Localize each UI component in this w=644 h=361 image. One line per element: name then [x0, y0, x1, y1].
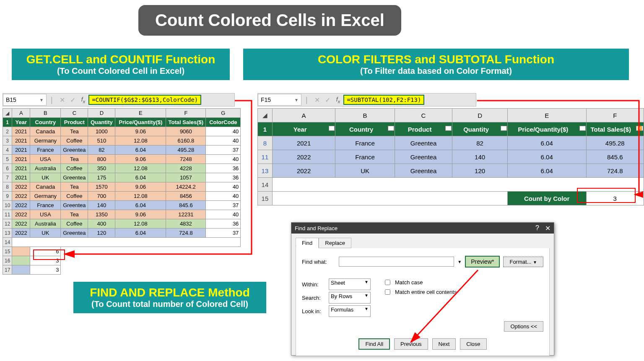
cell[interactable]: 6.04 [115, 201, 166, 210]
cell[interactable]: 2021 [12, 155, 30, 164]
cell[interactable]: 2021 [12, 145, 30, 155]
cell[interactable]: 12231 [166, 210, 206, 219]
cell[interactable]: 350 [88, 164, 115, 173]
cell[interactable]: 36 [206, 173, 241, 182]
fx-icon[interactable]: fx [78, 96, 89, 104]
format-button[interactable]: Format... ▼ [503, 257, 543, 267]
cancel-icon[interactable]: ✕ [312, 96, 322, 104]
filter-icon[interactable]: ▼ [579, 126, 586, 131]
tab-find[interactable]: Find [296, 238, 319, 248]
table-header[interactable]: Year▼ [272, 122, 335, 136]
cell[interactable]: 2021 [12, 173, 30, 182]
cell[interactable] [272, 192, 507, 205]
chevron-down-icon[interactable]: ▼ [39, 98, 44, 102]
table-header[interactable]: Quantity▼ [452, 122, 508, 136]
cell[interactable]: Tea [61, 210, 88, 219]
cell[interactable]: 7248 [166, 155, 206, 164]
cell[interactable]: 4228 [166, 164, 206, 173]
col-header[interactable]: F [166, 109, 206, 118]
cell[interactable]: Tea [61, 155, 88, 164]
cell[interactable] [61, 247, 241, 256]
cell[interactable]: 2021 [12, 164, 30, 173]
row-header[interactable]: 8 [3, 182, 12, 192]
row-header[interactable]: 11 [3, 210, 12, 219]
cell[interactable]: 6.04 [115, 229, 166, 238]
table-header[interactable]: Price/Quantity($)▼ [507, 122, 586, 136]
cell[interactable]: Coffee [61, 219, 88, 229]
cell[interactable]: 2022 [272, 164, 335, 178]
cell[interactable]: UK [335, 164, 395, 178]
cell[interactable]: Germany [30, 192, 61, 201]
cell[interactable] [12, 256, 30, 265]
row-header[interactable]: 15 [258, 192, 273, 205]
col-header[interactable]: E [115, 109, 166, 118]
row-header[interactable]: 7 [3, 173, 12, 182]
cell[interactable]: 1057 [166, 173, 206, 182]
chevron-down-icon[interactable]: ▼ [457, 260, 462, 264]
cell[interactable]: Coffee [61, 164, 88, 173]
cell[interactable] [12, 238, 241, 247]
col-header[interactable]: E [507, 109, 586, 122]
cell[interactable]: 36 [206, 219, 241, 229]
cell[interactable] [12, 247, 30, 256]
cell[interactable]: 37 [206, 145, 241, 155]
find-next-button[interactable]: Next [432, 338, 456, 350]
row-header[interactable]: 16 [3, 256, 12, 265]
table-header[interactable]: Product▼ [395, 122, 452, 136]
cell[interactable]: Coffee [61, 192, 88, 201]
match-case-checkbox[interactable] [385, 280, 390, 285]
cell[interactable]: 495.28 [586, 136, 644, 150]
cell[interactable]: Canada [30, 182, 61, 192]
close-icon[interactable]: ✕ [545, 224, 551, 232]
cell[interactable]: Coffee [61, 136, 88, 145]
cell[interactable]: 37 [206, 229, 241, 238]
row-header[interactable]: 13 [3, 229, 12, 238]
cell[interactable]: USA [30, 155, 61, 164]
cell[interactable]: Tea [61, 182, 88, 192]
cell[interactable]: 40 [206, 155, 241, 164]
cell[interactable]: 6.04 [507, 150, 586, 164]
cell[interactable]: 800 [88, 155, 115, 164]
confirm-icon[interactable]: ✓ [68, 96, 78, 104]
cell[interactable]: 40 [206, 210, 241, 219]
cell[interactable]: 1000 [88, 127, 115, 136]
lookin-select[interactable]: Formulas▼ [329, 305, 371, 317]
formula-input[interactable]: =COUNTIF($G$2:$G$13,ColorCode) [88, 95, 201, 105]
cell[interactable]: 82 [88, 145, 115, 155]
cell[interactable]: 120 [452, 164, 508, 178]
cell[interactable] [61, 256, 241, 265]
cell[interactable]: 2022 [12, 210, 30, 219]
cell[interactable]: 12.08 [115, 136, 166, 145]
cell[interactable]: 175 [88, 173, 115, 182]
cell[interactable]: France [30, 145, 61, 155]
dialog-titlebar[interactable]: Find and Replace ?✕ [291, 223, 554, 234]
within-select[interactable]: Sheet▼ [329, 278, 371, 290]
find-previous-button[interactable]: Previous [394, 338, 428, 350]
name-box[interactable]: F15▼ [258, 94, 301, 106]
options-button[interactable]: Options << [504, 321, 543, 332]
select-all-corner[interactable]: ◢ [258, 109, 273, 122]
filter-icon[interactable]: ▼ [445, 126, 452, 131]
col-header[interactable]: D [88, 109, 115, 118]
row-header[interactable]: 1 [258, 122, 273, 136]
row-header[interactable]: 4 [3, 145, 12, 155]
cell[interactable]: 140 [88, 201, 115, 210]
row-header[interactable]: 15 [3, 247, 12, 256]
filter-icon[interactable]: ▼ [329, 126, 335, 131]
cell[interactable]: 37 [206, 201, 241, 210]
find-all-button[interactable]: Find All [358, 338, 390, 350]
cell[interactable]: 2022 [12, 182, 30, 192]
row-header[interactable]: 1 [3, 118, 12, 127]
cell[interactable]: 2022 [12, 192, 30, 201]
table-header[interactable]: Total Sales($)🔽 [586, 122, 644, 136]
cell[interactable]: 12.08 [115, 164, 166, 173]
cell[interactable]: 6.04 [115, 173, 166, 182]
filter-icon[interactable]: ▼ [388, 126, 394, 131]
row-header[interactable]: 17 [3, 265, 12, 275]
table-header[interactable]: Country▼ [335, 122, 395, 136]
row-header[interactable]: 13 [258, 164, 273, 178]
cell[interactable]: 82 [452, 136, 508, 150]
cell[interactable]: 724.8 [586, 164, 644, 178]
cell[interactable]: 510 [88, 136, 115, 145]
cell[interactable]: 6.04 [115, 145, 166, 155]
